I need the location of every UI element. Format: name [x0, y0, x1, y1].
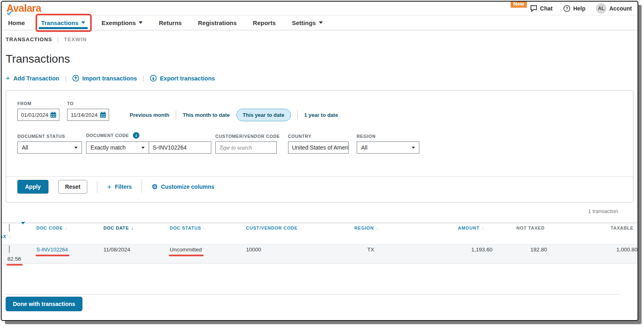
nav-item-home[interactable]: Home	[6, 15, 27, 30]
nav-item-exemptions[interactable]: Exemptions	[99, 15, 145, 30]
add-transaction-label: Add Transaction	[13, 75, 59, 82]
document-code-input[interactable]: S-INV102264	[149, 141, 211, 154]
sort-icon: ↓	[482, 226, 484, 230]
range-this-year-to-date-selected[interactable]: This year to date	[236, 109, 291, 121]
from-date-value: 01/01/2024	[21, 112, 48, 118]
to-date-value: 11/14/2024	[71, 112, 98, 118]
document-status-group: DOCUMENT STATUS All	[17, 134, 82, 154]
chat-button[interactable]: New Chat	[520, 5, 553, 12]
import-transactions-link[interactable]: Import transactions	[72, 75, 137, 82]
doc-date-cell: 11/08/2024	[103, 247, 170, 253]
nav-item-reports[interactable]: Reports	[250, 15, 278, 30]
column-header-doc-date[interactable]: DOC DATE ↓	[103, 226, 170, 230]
topbar-right: New Chat ? Help AL Account	[520, 3, 632, 14]
customer-vendor-input[interactable]	[215, 141, 277, 154]
document-code-match-select[interactable]: Exactly match	[86, 141, 149, 154]
customize-columns-link[interactable]: ⚙ Customize columns	[152, 184, 215, 190]
done-with-transactions-button[interactable]: Done with transactions	[6, 297, 82, 311]
apply-button[interactable]: Apply	[17, 180, 48, 194]
column-header-cust-vendor-code[interactable]: CUST/VENDOR CODE ↓	[246, 226, 354, 230]
select-all-checkbox[interactable]	[9, 224, 10, 232]
nav-item-transactions[interactable]: Transactions	[39, 15, 88, 30]
transactions-table: DOC CODE ↓ DOC DATE ↓ DOC STATUS ↓ CUST/…	[2, 223, 638, 264]
calendar-icon[interactable]	[100, 112, 106, 118]
chevron-down-icon	[81, 21, 85, 24]
chevron-down-icon	[141, 147, 145, 149]
nav-item-returns[interactable]: Returns	[156, 15, 184, 30]
sort-icon: ↓	[376, 226, 379, 230]
document-code-match-value: Exactly match	[90, 144, 126, 151]
active-tab-indicator	[39, 27, 88, 29]
cust-vendor-code-cell: 10000	[246, 247, 354, 253]
help-button[interactable]: ? Help	[563, 5, 585, 12]
chevron-down-icon	[74, 147, 78, 149]
reset-button[interactable]: Reset	[58, 180, 87, 194]
taxable-cell: 1,000.80	[547, 247, 638, 253]
help-label: Help	[573, 5, 585, 12]
filters-link[interactable]: + Filters	[107, 183, 132, 191]
sort-icon: ↓	[65, 226, 68, 230]
action-links: + Add Transaction | Import transactions …	[2, 65, 638, 82]
customer-vendor-group: CUSTOMER/VENDOR CODE	[215, 134, 280, 154]
tax-cell: 82.56	[7, 256, 21, 262]
app-window: Avalara New Chat ? Help AL Account	[1, 1, 638, 321]
to-label: TO	[67, 101, 109, 106]
divider: |	[143, 75, 144, 82]
document-status-label: DOCUMENT STATUS	[17, 134, 82, 139]
column-label: AMOUNT	[458, 226, 480, 230]
transaction-count: 1 transaction	[2, 203, 638, 214]
export-transactions-label: Export transactions	[160, 75, 215, 82]
footer: Done with transactions	[6, 297, 82, 311]
chevron-down-icon[interactable]	[21, 222, 25, 231]
column-header-amount[interactable]: AMOUNT ↓	[436, 226, 492, 230]
nav-label-settings: Settings	[292, 19, 316, 26]
doc-status-cell: Uncommitted	[170, 247, 202, 253]
column-header-region[interactable]: REGION ↓	[354, 226, 436, 230]
nav-label-home: Home	[8, 19, 25, 26]
region-select[interactable]: All	[357, 141, 419, 154]
chat-bubble-icon	[530, 5, 537, 12]
info-icon[interactable]: i	[133, 132, 139, 139]
row-checkbox[interactable]	[9, 245, 10, 253]
doc-code-link[interactable]: S-INV102264	[36, 247, 68, 253]
add-transaction-link[interactable]: + Add Transaction	[6, 74, 59, 82]
column-label: DOC STATUS	[170, 226, 201, 230]
quick-date-ranges: Previous month This month to date This y…	[130, 109, 338, 121]
export-transactions-link[interactable]: Export transactions	[150, 75, 215, 82]
breadcrumb-company[interactable]: TEXWIN	[64, 36, 87, 42]
column-header-doc-status[interactable]: DOC STATUS ↓	[170, 226, 246, 230]
to-date-input[interactable]: 11/14/2024	[67, 109, 109, 121]
avatar: AL	[596, 3, 606, 14]
country-group: COUNTRY United States of Americ	[288, 134, 349, 154]
column-label: TAXABLE	[610, 226, 633, 230]
svg-text:?: ?	[566, 6, 568, 11]
from-date-group: FROM 01/01/2024	[17, 101, 59, 121]
range-1-year-to-date[interactable]: 1 year to date	[304, 112, 338, 118]
column-label: DOC DATE	[103, 226, 129, 230]
divider	[6, 294, 620, 295]
plus-icon: +	[6, 74, 10, 82]
nav-item-settings[interactable]: Settings	[290, 15, 325, 30]
to-date-group: TO 11/14/2024	[67, 101, 109, 121]
from-date-input[interactable]: 01/01/2024	[17, 109, 59, 121]
nav-item-registrations[interactable]: Registrations	[196, 15, 239, 30]
account-button[interactable]: AL Account	[596, 3, 632, 14]
range-this-month-to-date[interactable]: This month to date	[183, 112, 229, 118]
divider	[97, 181, 97, 193]
column-header-taxable: TAXABLE	[547, 226, 638, 230]
column-header-not-taxed: NOT TAXED	[492, 226, 547, 230]
document-status-select[interactable]: All	[17, 141, 82, 154]
range-previous-month[interactable]: Previous month	[130, 112, 169, 118]
document-code-value: S-INV102264	[153, 144, 187, 151]
filter-panel: FROM 01/01/2024 TO 11/14/2024	[6, 90, 633, 203]
sort-icon: ↓	[204, 226, 206, 230]
column-header-tax[interactable]: TAX ↓	[2, 234, 21, 239]
avalara-logo[interactable]: Avalara	[6, 2, 41, 14]
topbar: Avalara New Chat ? Help AL Account	[2, 2, 638, 15]
country-input[interactable]: United States of Americ	[288, 141, 349, 154]
calendar-icon[interactable]	[50, 112, 57, 118]
divider	[297, 110, 298, 119]
customer-vendor-label: CUSTOMER/VENDOR CODE	[215, 134, 280, 139]
breadcrumb-divider: |	[57, 36, 59, 43]
column-header-doc-code[interactable]: DOC CODE ↓	[36, 226, 103, 230]
